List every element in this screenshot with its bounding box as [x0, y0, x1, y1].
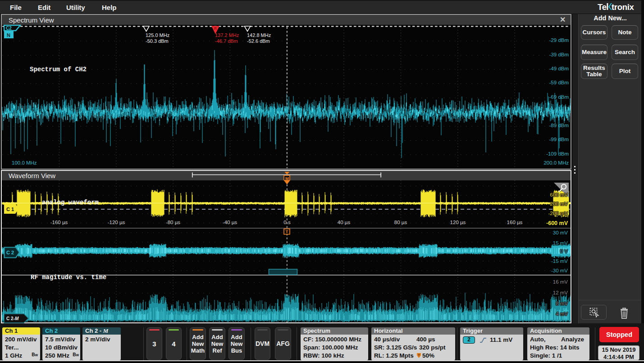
svg-text:T: T	[418, 353, 420, 357]
svg-text:C 2-M: C 2-M	[6, 316, 19, 321]
svg-text:C2: C2	[6, 26, 12, 31]
svg-text:C 1: C 1	[6, 207, 14, 212]
svg-text:T: T	[286, 229, 288, 234]
svg-text:R: R	[214, 26, 217, 31]
svg-text:C 2: C 2	[6, 250, 14, 255]
svg-text:N: N	[7, 32, 10, 38]
svg-text:M: M	[285, 176, 289, 181]
